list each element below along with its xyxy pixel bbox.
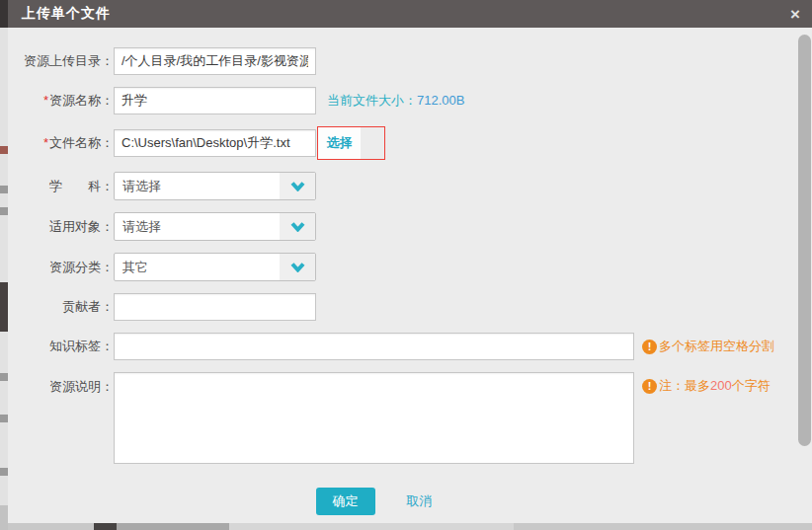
description-textarea[interactable] bbox=[114, 372, 634, 464]
subject-select[interactable]: 请选择 bbox=[114, 172, 316, 200]
category-label: 资源分类： bbox=[8, 259, 114, 276]
contributor-row: 贡献者： bbox=[8, 293, 812, 321]
resource-name-row: *资源名称： 当前文件大小：712.00B bbox=[8, 87, 812, 114]
file-name-label: *文件名称： bbox=[8, 134, 114, 152]
audience-row: 适用对象： 请选择 bbox=[8, 212, 812, 241]
required-asterisk: * bbox=[43, 93, 48, 108]
tags-hint: ! 多个标签用空格分割 bbox=[642, 338, 774, 355]
chevron-down-icon bbox=[280, 254, 315, 280]
tags-hint-text: 多个标签用空格分割 bbox=[659, 338, 774, 355]
file-name-row: *文件名称： 选择 bbox=[8, 126, 812, 160]
audience-label: 适用对象： bbox=[8, 218, 114, 236]
category-select-value: 其它 bbox=[115, 259, 148, 276]
tags-label: 知识标签： bbox=[8, 338, 114, 355]
description-row: 资源说明： ! 注：最多200个字符 bbox=[8, 372, 812, 464]
resource-name-input[interactable] bbox=[114, 87, 316, 114]
upload-dir-input[interactable] bbox=[114, 47, 316, 75]
contributor-input[interactable] bbox=[114, 293, 316, 321]
tags-row: 知识标签： ! 多个标签用空格分割 bbox=[8, 333, 812, 360]
background-page-left-fragment bbox=[0, 0, 8, 530]
close-icon[interactable]: × bbox=[790, 6, 800, 23]
subject-row: 学 科： 请选择 bbox=[8, 172, 812, 200]
audience-select[interactable]: 请选择 bbox=[114, 212, 316, 241]
required-asterisk: * bbox=[43, 135, 48, 150]
file-size-value: 712.00B bbox=[417, 93, 464, 108]
current-file-size: 当前文件大小：712.00B bbox=[327, 92, 464, 110]
contributor-label: 贡献者： bbox=[8, 298, 114, 316]
description-hint-text: 注：最多200个字符 bbox=[659, 377, 771, 395]
chevron-down-icon bbox=[280, 213, 315, 240]
description-label: 资源说明： bbox=[8, 372, 114, 396]
file-name-input[interactable] bbox=[114, 129, 316, 157]
tags-input[interactable] bbox=[114, 333, 634, 360]
description-hint-limit: 200 bbox=[710, 378, 732, 393]
choose-file-button[interactable]: 选择 bbox=[318, 127, 361, 159]
warning-icon: ! bbox=[642, 340, 657, 354]
dialog-actions: 确定 取消 bbox=[114, 488, 634, 515]
chevron-down-icon bbox=[280, 173, 315, 199]
description-hint: ! 注：最多200个字符 bbox=[642, 377, 771, 395]
dialog-body: 资源上传目录： *资源名称： 当前文件大小：712.00B *文件名称： 选择 … bbox=[8, 28, 812, 515]
upload-single-file-dialog: 上传单个文件 × 资源上传目录： *资源名称： 当前文件大小：712.00B *… bbox=[8, 0, 812, 523]
category-row: 资源分类： 其它 bbox=[8, 253, 812, 281]
choose-button-red-highlight: 选择 bbox=[317, 126, 385, 160]
resource-name-label: *资源名称： bbox=[8, 92, 114, 110]
vertical-scrollbar-thumb[interactable] bbox=[798, 35, 811, 446]
warning-icon: ! bbox=[642, 379, 657, 394]
subject-select-value: 请选择 bbox=[115, 178, 161, 195]
audience-select-value: 请选择 bbox=[115, 218, 161, 236]
dialog-titlebar: 上传单个文件 × bbox=[8, 0, 812, 28]
category-select[interactable]: 其它 bbox=[114, 253, 316, 281]
upload-dir-row: 资源上传目录： bbox=[8, 47, 812, 75]
ok-button[interactable]: 确定 bbox=[316, 488, 375, 515]
file-size-label: 当前文件大小： bbox=[327, 93, 417, 108]
background-page-bottom-fragment bbox=[0, 523, 812, 530]
dialog-title: 上传单个文件 bbox=[22, 5, 111, 23]
subject-label: 学 科： bbox=[8, 178, 114, 195]
upload-dir-label: 资源上传目录： bbox=[8, 52, 114, 70]
cancel-button[interactable]: 取消 bbox=[407, 492, 433, 510]
